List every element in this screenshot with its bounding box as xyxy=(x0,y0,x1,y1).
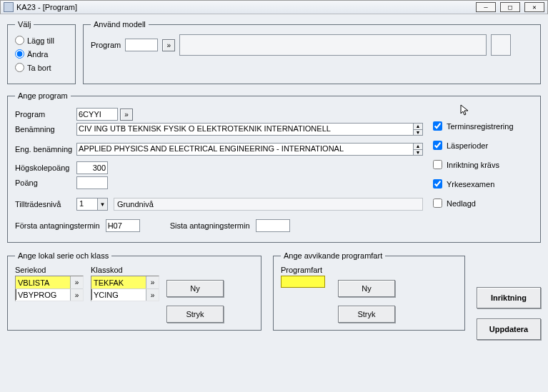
chk-nedlagd[interactable]: Nedlagd xyxy=(433,198,533,208)
valj-legend: Välj xyxy=(15,20,34,29)
fart-legend: Ange avvikande programfart xyxy=(281,251,385,260)
sista-label: Sista antagningstermin xyxy=(170,221,250,230)
spin-up-icon[interactable]: ▲ xyxy=(413,144,422,150)
fart-stryk-button[interactable]: Stryk xyxy=(338,306,395,323)
programfart-label: Programfart xyxy=(281,266,325,274)
serie-group: Ange lokal serie och klass Seriekod VBLI… xyxy=(7,251,261,331)
fart-ny-button[interactable]: Ny xyxy=(338,280,395,297)
engbenamning-label: Eng. benämning xyxy=(15,145,76,154)
arrow-icon[interactable]: » xyxy=(70,289,83,301)
poang-input[interactable] xyxy=(76,176,108,189)
serie-stryk-button[interactable]: Stryk xyxy=(166,306,224,323)
chk-terminsreg[interactable]: Terminsregistrering xyxy=(433,121,533,131)
radio-lagg-till-input[interactable] xyxy=(15,36,24,45)
radio-andra-input[interactable] xyxy=(15,49,24,59)
chk-yrkes[interactable]: Yrkesexamen xyxy=(433,179,533,189)
list-item[interactable]: TEKFAK» xyxy=(91,276,159,288)
spin-down-icon[interactable]: ▼ xyxy=(413,150,422,156)
program-input[interactable] xyxy=(76,108,118,121)
tilltrades-combo[interactable]: 1 ▼ xyxy=(76,198,108,211)
titlebar: KA23 - [Program] — □ ✕ xyxy=(0,0,548,14)
app-icon xyxy=(4,2,14,12)
valj-group: Välj Lägg till Ändra Ta bort xyxy=(7,20,76,84)
klasskod-list[interactable]: TEKFAK» YCING» xyxy=(91,276,159,301)
ange-legend: Ange program xyxy=(15,91,71,100)
seriekod-list[interactable]: VBLISTA» VBYPROG» xyxy=(15,276,84,301)
modell-legend: Använd modell xyxy=(91,20,149,29)
modell-lookup-icon[interactable]: » xyxy=(162,39,175,51)
arrow-icon[interactable]: » xyxy=(146,289,159,301)
ange-program-group: Ange program Program » Benämning CIV ING… xyxy=(7,91,541,243)
hpoang-label: Högskolepoäng xyxy=(15,164,76,172)
minimize-button[interactable]: — xyxy=(476,2,496,12)
arrow-icon[interactable]: » xyxy=(146,276,159,288)
benamning-input[interactable]: CIV ING UTB TEKNISK FYSIK O ELEKTROTEKNI… xyxy=(76,123,423,136)
inriktning-button[interactable]: Inriktning xyxy=(477,287,541,308)
forsta-label: Första antagningstermin xyxy=(15,221,100,230)
modell-desc-box xyxy=(179,34,487,56)
list-item[interactable]: VBLISTA» xyxy=(16,276,83,288)
seriekod-label: Seriekod xyxy=(15,266,84,274)
spin-down-icon[interactable]: ▼ xyxy=(413,130,422,136)
program-lookup-icon[interactable]: » xyxy=(120,109,133,121)
serie-legend: Ange lokal serie och klass xyxy=(15,251,111,260)
modell-small-box xyxy=(491,34,511,56)
sista-input[interactable] xyxy=(256,219,290,232)
klasskod-label: Klasskod xyxy=(91,266,159,274)
window-title: KA23 - [Program] xyxy=(16,3,476,11)
radio-ta-bort-input[interactable] xyxy=(15,63,24,72)
spin-up-icon[interactable]: ▲ xyxy=(413,124,422,130)
hpoang-input[interactable] xyxy=(76,161,108,174)
program-label: Program xyxy=(15,110,76,119)
chk-lasperioder[interactable]: Läsperioder xyxy=(433,141,533,150)
chevron-down-icon[interactable]: ▼ xyxy=(97,198,107,210)
forsta-input[interactable] xyxy=(106,219,140,232)
fart-group: Ange avvikande programfart Programfart N… xyxy=(273,251,465,331)
radio-lagg-till[interactable]: Lägg till xyxy=(15,36,68,45)
engbenamning-input[interactable]: APPLIED PHYSICS AND ELECTRICAL ENGINEERI… xyxy=(76,143,423,156)
arrow-icon[interactable]: » xyxy=(70,276,83,288)
maximize-button[interactable]: □ xyxy=(500,2,520,12)
modell-program-label: Program xyxy=(91,41,121,49)
radio-ta-bort[interactable]: Ta bort xyxy=(15,63,68,72)
list-item[interactable]: YCING» xyxy=(91,288,159,301)
chk-inriktning[interactable]: Inriktning krävs xyxy=(433,160,533,169)
close-button[interactable]: ✕ xyxy=(524,2,544,12)
poang-label: Poäng xyxy=(15,179,76,187)
tilltrades-label: Tillträdesnivå xyxy=(15,200,76,208)
list-item[interactable]: VBYPROG» xyxy=(16,288,83,301)
uppdatera-button[interactable]: Uppdatera xyxy=(477,318,541,340)
serie-ny-button[interactable]: Ny xyxy=(166,280,224,297)
modell-group: Använd modell Program » xyxy=(83,20,541,84)
modell-program-input[interactable] xyxy=(125,39,158,51)
radio-andra[interactable]: Ändra xyxy=(15,49,68,59)
benamning-label: Benämning xyxy=(15,125,76,134)
tilltrades-text: Grundnivå xyxy=(114,198,423,211)
programfart-input[interactable] xyxy=(281,276,325,288)
